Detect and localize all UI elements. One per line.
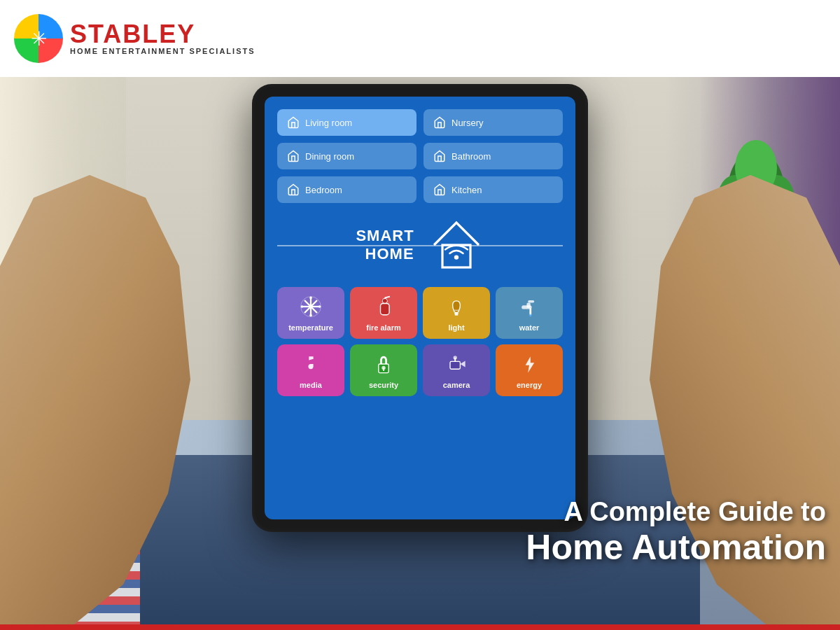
room-label-dining: Dining room bbox=[305, 151, 354, 162]
room-label-kitchen: Kitchen bbox=[451, 185, 482, 195]
room-btn-bathroom[interactable]: Bathroom bbox=[424, 143, 563, 169]
svg-rect-26 bbox=[528, 300, 534, 303]
ctrl-btn-light[interactable]: light bbox=[423, 287, 490, 339]
controls-grid: temperature fire alarm bbox=[277, 287, 563, 396]
energy-label: energy bbox=[517, 381, 542, 389]
smart-text-line1: SMART bbox=[356, 227, 414, 245]
energy-icon bbox=[517, 351, 542, 377]
logo-text-group: STABLEY HOME ENTERTAINMENT SPECIALISTS bbox=[70, 22, 255, 55]
smart-text-line2: HOME bbox=[356, 245, 414, 263]
temperature-icon bbox=[298, 294, 323, 319]
home-icon bbox=[287, 116, 300, 129]
logo-star-icon: ✳ bbox=[31, 27, 47, 50]
svg-marker-32 bbox=[460, 361, 465, 368]
ctrl-btn-camera[interactable]: camera bbox=[423, 344, 490, 396]
room-label-living: Living room bbox=[305, 118, 352, 128]
room-label-nursery: Nursery bbox=[451, 118, 484, 128]
header: ✳ STABLEY HOME ENTERTAINMENT SPECIALISTS bbox=[0, 0, 840, 77]
room-label-bedroom: Bedroom bbox=[305, 185, 342, 195]
logo-circle: ✳ bbox=[14, 14, 63, 63]
logo-subtitle: HOME ENTERTAINMENT SPECIALISTS bbox=[70, 47, 255, 55]
media-label: media bbox=[300, 381, 322, 389]
home-icon-kitchen bbox=[433, 183, 446, 196]
room-btn-dining[interactable]: Dining room bbox=[277, 143, 416, 169]
overlay-line1: A Complete Guide to bbox=[526, 496, 826, 528]
svg-rect-25 bbox=[526, 303, 530, 308]
home-icon-nursery bbox=[433, 116, 446, 129]
overlay-line2: Home Automation bbox=[526, 528, 826, 567]
room-btn-bedroom[interactable]: Bedroom bbox=[277, 176, 416, 203]
water-label: water bbox=[519, 323, 540, 332]
bottom-overlay: A Complete Guide to Home Automation bbox=[526, 496, 826, 567]
svg-rect-19 bbox=[381, 304, 390, 315]
svg-point-14 bbox=[309, 314, 312, 317]
smart-home-text: SMART HOME bbox=[356, 227, 414, 264]
svg-marker-35 bbox=[526, 356, 535, 372]
ctrl-btn-water[interactable]: water bbox=[496, 287, 563, 339]
room-label-bathroom: Bathroom bbox=[451, 151, 491, 162]
room-btn-nursery[interactable]: Nursery bbox=[424, 109, 563, 136]
light-icon bbox=[444, 294, 469, 319]
water-icon bbox=[517, 294, 542, 319]
svg-point-7 bbox=[454, 255, 458, 259]
ctrl-btn-media[interactable]: media bbox=[277, 344, 344, 396]
security-icon bbox=[371, 351, 396, 377]
svg-rect-31 bbox=[450, 361, 460, 369]
ctrl-btn-fire-alarm[interactable]: fire alarm bbox=[350, 287, 417, 339]
svg-line-21 bbox=[385, 297, 390, 298]
home-icon-dining bbox=[287, 150, 300, 162]
tablet-wrapper: Living room Nursery Dining roo bbox=[252, 84, 588, 532]
room-btn-living-room[interactable]: Living room bbox=[277, 109, 416, 136]
tablet-outer: Living room Nursery Dining roo bbox=[252, 84, 588, 532]
fire-alarm-icon bbox=[371, 294, 396, 319]
security-label: security bbox=[369, 381, 398, 389]
tablet-screen: Living room Nursery Dining roo bbox=[265, 97, 575, 519]
svg-point-16 bbox=[318, 305, 321, 308]
media-icon bbox=[298, 351, 323, 377]
svg-point-18 bbox=[382, 298, 387, 303]
camera-label: camera bbox=[443, 381, 470, 389]
temperature-label: temperature bbox=[288, 323, 333, 332]
bottom-bar bbox=[0, 624, 840, 630]
light-label: light bbox=[448, 323, 464, 332]
logo-name: STABLEY bbox=[70, 22, 255, 47]
svg-point-34 bbox=[454, 356, 457, 359]
svg-point-15 bbox=[301, 305, 304, 308]
home-icon-bedroom bbox=[287, 183, 300, 196]
camera-icon bbox=[444, 351, 469, 377]
rooms-grid: Living room Nursery Dining roo bbox=[277, 109, 563, 203]
ctrl-btn-energy[interactable]: energy bbox=[496, 344, 563, 396]
fire-alarm-label: fire alarm bbox=[366, 323, 401, 332]
ctrl-btn-security[interactable]: security bbox=[350, 344, 417, 396]
svg-point-13 bbox=[309, 297, 312, 300]
home-icon-bathroom bbox=[433, 150, 446, 162]
ctrl-btn-temperature[interactable]: temperature bbox=[277, 287, 344, 339]
smart-home-section: SMART HOME bbox=[277, 210, 563, 280]
smart-home-divider bbox=[277, 245, 563, 246]
room-btn-kitchen[interactable]: Kitchen bbox=[424, 176, 563, 203]
smart-home-icon bbox=[428, 217, 484, 273]
